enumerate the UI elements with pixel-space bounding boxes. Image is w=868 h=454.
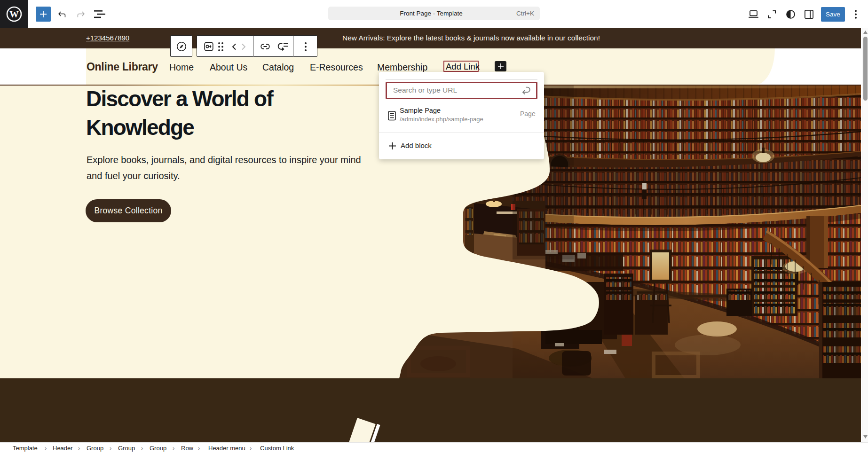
svg-text:W: W <box>9 9 19 19</box>
